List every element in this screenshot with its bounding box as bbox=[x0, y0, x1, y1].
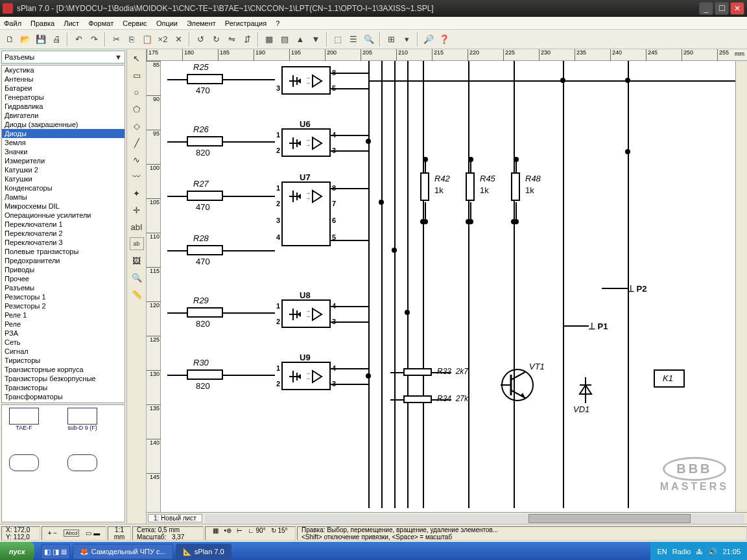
paste-icon[interactable]: 📋 bbox=[140, 32, 154, 47]
category-item[interactable]: Переключатели 2 bbox=[2, 229, 124, 238]
list-icon[interactable]: ☰ bbox=[346, 32, 361, 47]
category-item[interactable]: Микросхемы DIL bbox=[2, 202, 124, 211]
terminal[interactable]: ⟂ P1 bbox=[589, 320, 608, 332]
symbol-item[interactable]: TAE-F bbox=[5, 408, 43, 441]
chip-u[interactable]: 385→→ bbox=[281, 66, 331, 95]
cut-icon[interactable]: ✂ bbox=[109, 32, 123, 47]
category-item[interactable]: Двигатели bbox=[2, 111, 124, 120]
library-dropdown[interactable]: Разъемы ▼ bbox=[1, 51, 125, 64]
category-item[interactable]: Резисторы 2 bbox=[2, 301, 124, 310]
text-icon[interactable]: abI bbox=[130, 220, 144, 233]
minimize-button[interactable]: _ bbox=[699, 2, 713, 15]
resistor-R28[interactable]: R28470 bbox=[187, 245, 223, 255]
start-button[interactable]: пуск bbox=[0, 542, 34, 560]
category-item[interactable]: Батареи bbox=[2, 84, 124, 93]
category-item[interactable]: Гидравлика bbox=[2, 102, 124, 111]
rot-right-icon[interactable]: ↻ bbox=[209, 32, 223, 47]
category-item[interactable]: Катушки 2 bbox=[2, 165, 124, 174]
sheet-tab[interactable]: 1: Новый лист bbox=[148, 514, 202, 522]
menu-Правка[interactable]: Правка bbox=[30, 19, 54, 27]
category-item[interactable]: Антенны bbox=[2, 75, 124, 84]
poly-icon[interactable]: ⬠ bbox=[130, 102, 144, 115]
category-item[interactable]: Измерители bbox=[2, 156, 124, 165]
category-item[interactable]: Переключатели 3 bbox=[2, 238, 124, 247]
shape-icon[interactable]: ◇ bbox=[130, 119, 144, 132]
category-item[interactable]: Реле 1 bbox=[2, 310, 124, 320]
category-item[interactable]: Тиристоры bbox=[2, 356, 124, 365]
category-item[interactable]: Генераторы bbox=[2, 93, 124, 102]
category-item[interactable]: Резисторы 1 bbox=[2, 292, 124, 301]
grid-icon[interactable]: ⊞ bbox=[384, 32, 398, 47]
menu-Лист[interactable]: Лист bbox=[64, 19, 79, 27]
node-icon[interactable]: ✦ bbox=[130, 187, 144, 200]
resistor-R27[interactable]: R27470 bbox=[187, 191, 223, 201]
group-icon[interactable]: ▦ bbox=[262, 32, 276, 47]
network-icon[interactable]: 🖧 bbox=[696, 548, 703, 555]
relay[interactable]: K1 bbox=[654, 369, 685, 388]
circle-icon[interactable]: ○ bbox=[130, 86, 144, 99]
lang-indicator[interactable]: EN bbox=[657, 548, 667, 555]
menu-Сервис[interactable]: Сервис bbox=[123, 19, 147, 27]
clock[interactable]: 21:05 bbox=[722, 548, 741, 555]
help-icon[interactable]: ❓ bbox=[437, 32, 451, 47]
chip-U8[interactable]: U81243→→ bbox=[281, 299, 331, 328]
resistor-R34[interactable]: R34 27k bbox=[403, 395, 432, 403]
category-item[interactable]: Лампы bbox=[2, 192, 124, 202]
category-item[interactable]: Акустика bbox=[2, 65, 124, 75]
grid-menu-icon[interactable]: ▾ bbox=[399, 32, 414, 47]
category-item[interactable]: Прочее bbox=[2, 274, 124, 283]
category-item[interactable]: Диоды bbox=[2, 129, 124, 138]
category-item[interactable]: Полевые транзисторы bbox=[2, 247, 124, 256]
symbol-item[interactable] bbox=[63, 454, 102, 488]
scrollbar-h[interactable] bbox=[205, 514, 744, 523]
magnify-icon[interactable]: 🔍 bbox=[130, 271, 144, 284]
category-item[interactable]: Сеть bbox=[2, 338, 124, 347]
resistor-R48[interactable]: R481k bbox=[511, 172, 520, 201]
menu-Формат[interactable]: Формат bbox=[88, 19, 113, 27]
category-item[interactable]: Предохранители bbox=[2, 256, 124, 265]
category-item[interactable]: Сигнал bbox=[2, 347, 124, 356]
menu-Элемент[interactable]: Элемент bbox=[187, 19, 216, 27]
task-firefox[interactable]: 🦊 Самодельный ЧПУ с... bbox=[73, 544, 173, 559]
terminal[interactable]: ⟂ P2 bbox=[628, 283, 647, 294]
category-item[interactable]: Приводы bbox=[2, 265, 124, 274]
resistor-R29[interactable]: R29820 bbox=[187, 307, 223, 318]
transistor[interactable]: VT1 bbox=[498, 366, 537, 406]
cross-icon[interactable]: ✛ bbox=[130, 204, 144, 216]
category-item[interactable]: РЗА bbox=[2, 329, 124, 338]
category-item[interactable]: Переключатели 1 bbox=[2, 220, 124, 229]
category-item[interactable]: Диоды (закрашенные) bbox=[2, 120, 124, 129]
flip-h-icon[interactable]: ⇋ bbox=[224, 32, 239, 47]
measure-icon[interactable]: 📏 bbox=[130, 288, 144, 301]
save-icon[interactable]: 💾 bbox=[34, 32, 48, 47]
category-item[interactable]: Разъемы bbox=[2, 283, 124, 292]
menu-Регистрация[interactable]: Регистрация bbox=[225, 19, 267, 27]
category-list[interactable]: АкустикаАнтенныБатареиГенераторыГидравли… bbox=[1, 65, 125, 403]
rect-icon[interactable]: ▭ bbox=[130, 69, 144, 82]
resistor-R26[interactable]: R26820 bbox=[187, 136, 223, 146]
close-button[interactable]: ✕ bbox=[730, 2, 744, 15]
undo-icon[interactable]: ↶ bbox=[71, 32, 86, 47]
pointer-icon[interactable]: ↖ bbox=[130, 52, 144, 65]
chip-U6[interactable]: U61243→→ bbox=[281, 128, 331, 157]
category-item[interactable]: Конденсаторы bbox=[2, 183, 124, 192]
resistor-R42[interactable]: R421k bbox=[420, 172, 429, 201]
resistor-R33[interactable]: R33 2k7 bbox=[403, 368, 432, 376]
task-splan[interactable]: 📐 sPlan 7.0 bbox=[176, 544, 231, 559]
new-icon[interactable]: 🗋 bbox=[3, 32, 17, 47]
chip-U9[interactable]: U91243→→ bbox=[281, 362, 331, 390]
category-item[interactable]: ТТЛ bbox=[2, 401, 124, 403]
line-icon[interactable]: ╱ bbox=[130, 136, 144, 149]
front-icon[interactable]: ▲ bbox=[293, 32, 307, 47]
resistor-R25[interactable]: R25470 bbox=[187, 74, 223, 84]
chip-U7[interactable]: U712348765→→ bbox=[281, 181, 331, 246]
dup-icon[interactable]: ×2 bbox=[156, 32, 170, 47]
resistor-R45[interactable]: R451k bbox=[466, 172, 475, 201]
ungroup-icon[interactable]: ▨ bbox=[278, 32, 292, 47]
rot-left-icon[interactable]: ↺ bbox=[193, 32, 208, 47]
maximize-button[interactable]: ☐ bbox=[715, 2, 729, 15]
diode[interactable]: VD1 bbox=[576, 377, 595, 404]
category-item[interactable]: Транзисторные корпуса bbox=[2, 365, 124, 374]
category-item[interactable]: Реле bbox=[2, 320, 124, 329]
category-item[interactable]: Трансформаторы bbox=[2, 392, 124, 401]
